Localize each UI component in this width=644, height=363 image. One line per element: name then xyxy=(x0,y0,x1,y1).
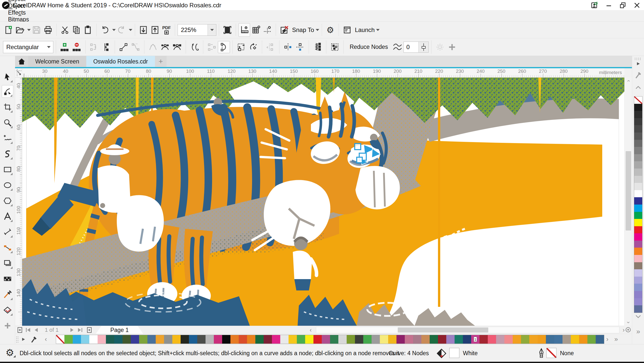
color-swatch[interactable] xyxy=(463,335,471,344)
color-swatch[interactable] xyxy=(89,335,98,344)
color-swatch[interactable] xyxy=(305,335,313,344)
color-swatch[interactable] xyxy=(230,335,239,344)
copy-button[interactable] xyxy=(71,23,82,37)
launch-icon[interactable] xyxy=(341,23,353,37)
palette-eyedropper-icon[interactable] xyxy=(634,71,643,79)
smooth-node-button[interactable] xyxy=(159,41,171,53)
color-swatch[interactable] xyxy=(571,335,579,344)
color-swatch[interactable] xyxy=(596,335,604,344)
color-swatch[interactable] xyxy=(438,335,446,344)
color-swatch[interactable] xyxy=(56,335,64,344)
launch-label[interactable]: Launch xyxy=(355,26,375,34)
transparency-tool[interactable] xyxy=(2,273,13,285)
color-swatch[interactable] xyxy=(634,111,642,118)
close-curve-button[interactable] xyxy=(218,41,230,53)
color-swatch[interactable] xyxy=(634,169,642,176)
drawing-canvas[interactable] xyxy=(22,78,624,326)
outline-none-swatch[interactable] xyxy=(546,348,556,358)
status-gear-icon[interactable]: ⚙ xyxy=(6,348,14,357)
show-rulers-button[interactable] xyxy=(238,23,250,37)
color-swatch[interactable] xyxy=(634,305,642,313)
zoom-tool[interactable] xyxy=(2,116,13,129)
sparkle-icon[interactable] xyxy=(434,41,446,53)
customize-property-bar-button[interactable] xyxy=(446,41,458,53)
curve-smoothness-spinner[interactable]: 0 xyxy=(404,42,429,53)
color-swatch[interactable] xyxy=(330,335,338,344)
color-swatch[interactable] xyxy=(521,335,529,344)
color-swatch[interactable] xyxy=(114,335,123,344)
last-page-button[interactable] xyxy=(76,326,84,334)
color-swatch[interactable] xyxy=(634,118,642,125)
extract-subpath-button[interactable] xyxy=(206,41,218,53)
color-swatch[interactable] xyxy=(634,154,642,161)
color-swatch[interactable] xyxy=(413,335,421,344)
color-swatch[interactable] xyxy=(634,176,642,183)
minimize-button[interactable] xyxy=(602,0,616,11)
color-swatch[interactable] xyxy=(587,335,596,344)
color-swatch[interactable] xyxy=(64,335,73,344)
color-swatch[interactable] xyxy=(634,233,642,241)
snap-to-label[interactable]: Snap To xyxy=(292,26,314,34)
interactive-fill-tool[interactable] xyxy=(2,304,13,316)
color-swatch[interactable] xyxy=(634,161,642,169)
parallel-dimension-tool[interactable] xyxy=(2,226,13,238)
color-eyedropper-tool[interactable] xyxy=(2,288,13,301)
color-swatch[interactable] xyxy=(634,104,642,111)
undo-button[interactable] xyxy=(99,23,111,37)
convert-to-curve-button[interactable] xyxy=(130,41,142,53)
color-swatch[interactable] xyxy=(513,335,521,344)
color-swatch[interactable] xyxy=(214,335,222,344)
color-swatch[interactable] xyxy=(562,335,571,344)
color-swatch[interactable] xyxy=(579,335,587,344)
color-swatch[interactable] xyxy=(634,212,642,219)
color-swatch[interactable] xyxy=(222,335,230,344)
color-swatch[interactable] xyxy=(255,335,264,344)
join-two-nodes-button[interactable] xyxy=(88,41,100,53)
color-swatch[interactable] xyxy=(634,205,642,212)
import-button[interactable] xyxy=(138,23,149,37)
color-swatch[interactable] xyxy=(280,335,289,344)
select-all-nodes-button[interactable] xyxy=(329,41,341,53)
canvas-artwork[interactable] xyxy=(22,78,624,326)
ellipse-tool[interactable] xyxy=(2,179,13,191)
new-document-button[interactable] xyxy=(3,23,14,37)
color-swatch[interactable] xyxy=(363,335,372,344)
color-swatch[interactable] xyxy=(634,183,642,190)
color-swatch[interactable] xyxy=(189,335,197,344)
reflect-nodes-horizontally-button[interactable] xyxy=(282,41,294,53)
bottom-palette-scroll-left-icon[interactable]: ‹ xyxy=(45,334,47,344)
palette-flyout-icon[interactable] xyxy=(634,61,643,66)
color-swatch[interactable] xyxy=(181,335,189,344)
color-swatch[interactable] xyxy=(496,335,504,344)
color-swatch[interactable] xyxy=(164,335,172,344)
menu-object[interactable]: Object xyxy=(3,3,34,9)
color-swatch[interactable] xyxy=(546,335,554,344)
bottom-palette-flyout-icon[interactable] xyxy=(21,334,26,344)
close-button[interactable] xyxy=(630,0,644,11)
color-swatch[interactable] xyxy=(529,335,538,344)
vertical-ruler[interactable]: 405060708090100110120130140 xyxy=(15,78,22,326)
text-tool[interactable] xyxy=(2,210,13,223)
color-swatch[interactable] xyxy=(538,335,546,344)
color-swatch[interactable] xyxy=(634,140,642,147)
artistic-media-tool[interactable] xyxy=(2,148,13,160)
color-swatch[interactable] xyxy=(634,284,642,291)
elastic-mode-button[interactable] xyxy=(311,41,324,53)
delete-nodes-button[interactable] xyxy=(71,41,83,53)
crop-tool[interactable] xyxy=(2,101,13,113)
palette-scroll-up-icon[interactable] xyxy=(634,86,643,89)
palette-drag-handle[interactable] xyxy=(634,57,642,60)
stretch-scale-nodes-button[interactable] xyxy=(235,41,247,53)
scroll-up-icon[interactable]: › xyxy=(625,78,632,84)
color-swatch[interactable] xyxy=(634,190,642,197)
color-swatch[interactable] xyxy=(355,335,363,344)
bottom-palette-expand-icon[interactable]: » xyxy=(614,334,618,344)
redo-button[interactable] xyxy=(116,23,127,37)
undo-caret-icon[interactable] xyxy=(112,29,116,31)
rotate-skew-nodes-button[interactable] xyxy=(247,41,259,53)
vertical-scrollbar[interactable]: › › xyxy=(624,78,632,326)
account-icon[interactable] xyxy=(588,0,602,11)
color-swatch[interactable] xyxy=(98,335,106,344)
full-screen-preview-button[interactable] xyxy=(222,23,233,37)
pick-tool[interactable] xyxy=(2,71,13,83)
